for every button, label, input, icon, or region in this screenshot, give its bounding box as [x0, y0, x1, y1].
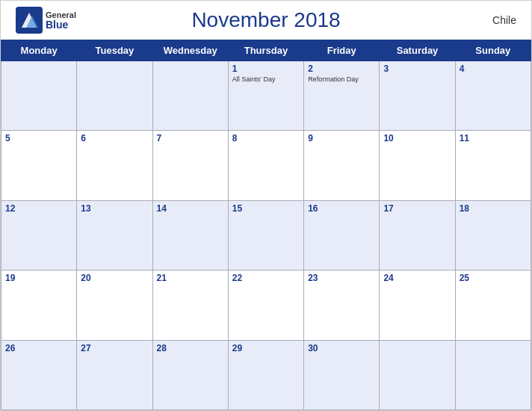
header-friday: Friday: [304, 40, 380, 61]
calendar-day-cell: 28: [152, 340, 228, 410]
logo-icon: [16, 7, 43, 34]
calendar-day-cell: 12: [1, 200, 77, 270]
day-number: 16: [308, 203, 375, 214]
day-number: 30: [308, 343, 375, 353]
day-number: 1: [232, 64, 300, 74]
calendar-day-cell: [380, 340, 455, 410]
calendar-day-cell: 27: [77, 340, 152, 410]
calendar-day-cell: [1, 61, 77, 131]
calendar-day-cell: 14: [152, 200, 228, 270]
day-number: 10: [383, 133, 451, 143]
calendar-day-cell: 4: [455, 61, 531, 131]
calendar-day-cell: 1All Saints' Day: [228, 61, 303, 131]
holiday-name: Reformation Day: [308, 75, 375, 84]
calendar-day-cell: 30: [304, 340, 380, 410]
day-number: 22: [232, 273, 300, 283]
day-number: 13: [81, 203, 148, 214]
header-saturday: Saturday: [380, 40, 455, 61]
calendar-week-row: 19202122232425: [1, 271, 531, 340]
day-number: 4: [460, 64, 527, 74]
day-number: 26: [5, 343, 72, 353]
calendar-day-cell: 15: [228, 200, 303, 270]
day-number: 28: [157, 343, 224, 353]
logo-blue-text: Blue: [46, 19, 76, 30]
calendar-day-cell: 17: [380, 200, 455, 270]
day-number: 14: [157, 203, 224, 214]
calendar-day-cell: 10: [380, 131, 455, 200]
day-number: 19: [5, 273, 72, 283]
calendar-day-cell: [152, 61, 228, 131]
calendar-day-cell: 25: [455, 271, 531, 340]
weekday-header-row: Monday Tuesday Wednesday Thursday Friday…: [1, 40, 531, 61]
header-thursday: Thursday: [228, 40, 303, 61]
day-number: 9: [308, 133, 375, 143]
calendar-table: Monday Tuesday Wednesday Thursday Friday…: [1, 40, 531, 410]
calendar-day-cell: 9: [304, 131, 380, 200]
calendar-container: General Blue November 2018 Chile Monday …: [0, 0, 532, 411]
day-number: 15: [232, 203, 300, 214]
calendar-day-cell: 5: [1, 131, 77, 200]
calendar-day-cell: 6: [77, 131, 152, 200]
day-number: 12: [5, 203, 72, 214]
calendar-day-cell: 18: [455, 200, 531, 270]
calendar-week-row: 12131415161718: [1, 200, 531, 270]
day-number: 21: [157, 273, 224, 283]
header-sunday: Sunday: [455, 40, 531, 61]
logo: General Blue: [16, 7, 76, 34]
day-number: 7: [157, 133, 224, 143]
calendar-day-cell: 3: [380, 61, 455, 131]
calendar-week-row: 567891011: [1, 131, 531, 200]
calendar-week-row: 2627282930: [1, 340, 531, 410]
day-number: 23: [308, 273, 375, 283]
calendar-header: General Blue November 2018 Chile: [1, 1, 531, 40]
logo-general-text: General: [46, 11, 76, 19]
calendar-day-cell: 26: [1, 340, 77, 410]
calendar-day-cell: 13: [77, 200, 152, 270]
calendar-day-cell: 7: [152, 131, 228, 200]
calendar-day-cell: 8: [228, 131, 303, 200]
holiday-name: All Saints' Day: [232, 75, 300, 84]
day-number: 17: [383, 203, 451, 214]
calendar-day-cell: 2Reformation Day: [304, 61, 380, 131]
calendar-day-cell: 22: [228, 271, 303, 340]
calendar-title: November 2018: [191, 8, 340, 32]
calendar-day-cell: 16: [304, 200, 380, 270]
day-number: 2: [308, 64, 375, 74]
country-label: Chile: [492, 14, 516, 26]
day-number: 5: [5, 133, 72, 143]
day-number: 25: [460, 273, 527, 283]
calendar-day-cell: 11: [455, 131, 531, 200]
calendar-body: 1All Saints' Day2Reformation Day34567891…: [1, 61, 531, 410]
calendar-day-cell: 24: [380, 271, 455, 340]
calendar-day-cell: 23: [304, 271, 380, 340]
header-tuesday: Tuesday: [77, 40, 152, 61]
day-number: 27: [81, 343, 148, 353]
day-number: 20: [81, 273, 148, 283]
day-number: 8: [232, 133, 300, 143]
logo-text: General Blue: [46, 11, 76, 30]
day-number: 6: [81, 133, 148, 143]
calendar-week-row: 1All Saints' Day2Reformation Day34: [1, 61, 531, 131]
day-number: 29: [232, 343, 300, 353]
calendar-day-cell: 20: [77, 271, 152, 340]
day-number: 11: [460, 133, 527, 143]
calendar-day-cell: 29: [228, 340, 303, 410]
day-number: 18: [460, 203, 527, 214]
day-number: 3: [383, 64, 451, 74]
calendar-day-cell: 19: [1, 271, 77, 340]
calendar-day-cell: [77, 61, 152, 131]
header-monday: Monday: [1, 40, 77, 61]
calendar-day-cell: 21: [152, 271, 228, 340]
day-number: 24: [383, 273, 451, 283]
calendar-day-cell: [455, 340, 531, 410]
header-wednesday: Wednesday: [152, 40, 228, 61]
